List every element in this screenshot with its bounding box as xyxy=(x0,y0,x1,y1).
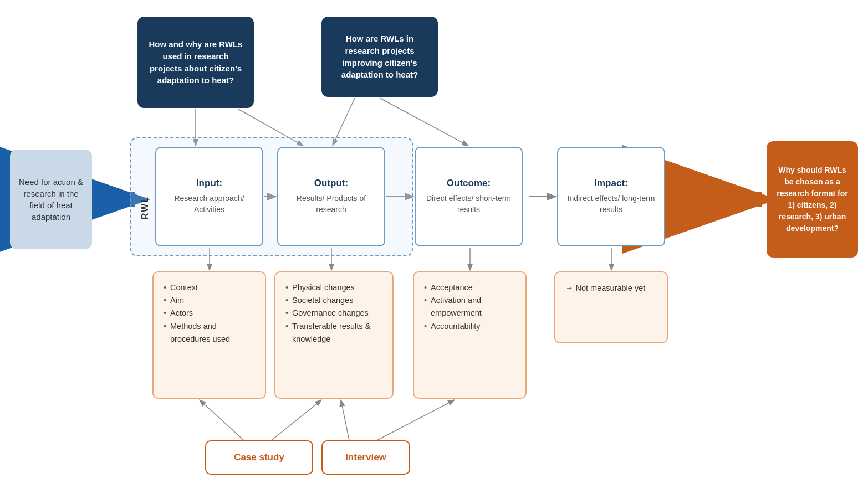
input-title: Input: xyxy=(196,178,222,189)
need-text: Need for action & research in the field … xyxy=(17,176,85,223)
input-detail-item: Methods and procedures used xyxy=(164,320,255,346)
output-detail-item: Societal changes xyxy=(285,294,382,307)
need-box: Need for action & research in the field … xyxy=(10,150,92,249)
svg-line-18 xyxy=(200,400,244,440)
output-subtitle: Results/ Products of research xyxy=(284,193,379,215)
why-box: Why should RWLs be chosen as a research … xyxy=(767,141,858,258)
svg-line-21 xyxy=(377,400,455,440)
input-subtitle: Research approach/ Activities xyxy=(162,193,257,215)
outcome-detail-list: Acceptance Activation and empowerment Ac… xyxy=(424,281,515,333)
q1-text: How and why are RWLs used in research pr… xyxy=(146,38,245,86)
q1-box: How and why are RWLs used in research pr… xyxy=(137,17,254,108)
rwl-label: RWL xyxy=(137,186,154,230)
impact-detail-text: → Not measurable yet xyxy=(565,281,657,295)
interview-box: Interview xyxy=(321,440,410,475)
diagram-container: Need for action & research in the field … xyxy=(0,0,868,504)
outcome-detail-item: Acceptance xyxy=(424,281,515,294)
case-study-label: Case study xyxy=(234,452,284,463)
interview-label: Interview xyxy=(345,452,386,463)
case-study-box: Case study xyxy=(205,440,313,475)
impact-title: Impact: xyxy=(594,178,627,189)
q2-text: How are RWLs in research projects improv… xyxy=(330,33,429,81)
outcome-detail-item: Activation and empowerment xyxy=(424,294,515,320)
input-detail-item: Aim xyxy=(164,294,255,307)
outcome-detail-item: Accountability xyxy=(424,320,515,333)
input-detail-item: Context xyxy=(164,281,255,294)
why-text: Why should RWLs be chosen as a research … xyxy=(773,164,851,234)
output-title: Output: xyxy=(314,178,348,189)
output-detail-item: Transferable results & knowledge xyxy=(285,320,382,346)
q2-box: How are RWLs in research projects improv… xyxy=(321,17,438,97)
output-detail-item: Physical changes xyxy=(285,281,382,294)
output-stage-box: Output: Results/ Products of research xyxy=(277,147,385,246)
input-stage-box: Input: Research approach/ Activities xyxy=(155,147,263,246)
impact-detail-box: → Not measurable yet xyxy=(554,271,668,343)
input-detail-list: Context Aim Actors Methods and procedure… xyxy=(164,281,255,346)
svg-line-19 xyxy=(272,400,321,440)
outcome-detail-box: Acceptance Activation and empowerment Ac… xyxy=(413,271,527,399)
input-detail-box: Context Aim Actors Methods and procedure… xyxy=(152,271,266,399)
svg-line-20 xyxy=(341,400,349,440)
input-detail-item: Actors xyxy=(164,307,255,320)
output-detail-box: Physical changes Societal changes Govern… xyxy=(274,271,394,399)
impact-stage-box: Impact: Indirect effects/ long-term resu… xyxy=(557,147,665,246)
output-detail-item: Governance changes xyxy=(285,307,382,320)
impact-subtitle: Indirect effects/ long-term results xyxy=(564,193,658,215)
outcome-title: Outcome: xyxy=(447,178,491,189)
outcome-subtitle: Direct effects/ short-term results xyxy=(421,193,516,215)
output-detail-list: Physical changes Societal changes Govern… xyxy=(285,281,382,346)
outcome-stage-box: Outcome: Direct effects/ short-term resu… xyxy=(415,147,523,246)
